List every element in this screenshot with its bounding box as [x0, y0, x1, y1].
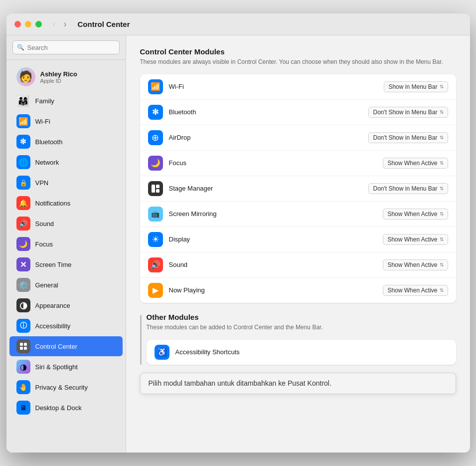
- other-modules-wrapper: Other Modules These modules can be added…: [140, 313, 456, 365]
- accessibility-icon: ⓘ: [16, 319, 30, 333]
- maximize-button[interactable]: [35, 21, 42, 27]
- other-modules-content: Other Modules These modules can be added…: [147, 313, 456, 365]
- sidebar-item-wifi[interactable]: Wi-Fi: [9, 111, 123, 131]
- svg-rect-6: [156, 189, 159, 193]
- sidebar-item-label: Notifications: [35, 200, 71, 207]
- module-row-focus: 🌙 Focus Show When Active ⇅: [140, 151, 456, 176]
- wifi-icon: [16, 114, 30, 128]
- appearance-icon: ◑: [16, 298, 30, 312]
- module-select-airdrop[interactable]: Don't Show in Menu Bar ⇅: [368, 132, 448, 143]
- sidebar-item-label: Control Center: [35, 343, 78, 350]
- sidebar-item-general[interactable]: ⚙️ General: [9, 275, 123, 295]
- module-label-sound: Sound: [169, 261, 377, 268]
- family-icon: 👨‍👩‍👧: [16, 94, 30, 108]
- module-label-wifi: Wi-Fi: [169, 83, 378, 90]
- sidebar-item-notifications[interactable]: 🔔 Notifications: [9, 193, 123, 213]
- module-select-nowplaying[interactable]: Show When Active ⇅: [383, 285, 448, 296]
- modules-section-desc: These modules are always visible in Cont…: [140, 58, 456, 66]
- sidebar-item-appearance[interactable]: ◑ Appearance: [9, 295, 123, 315]
- sidebar-item-family[interactable]: 👨‍👩‍👧 Family: [9, 91, 123, 111]
- chevron-ud-icon: ⇅: [440, 109, 444, 115]
- bracket-line: [140, 315, 142, 365]
- module-select-stagemanager[interactable]: Don't Show in Menu Bar ⇅: [368, 183, 448, 194]
- screentime-icon: ✕: [16, 257, 30, 271]
- sidebar-item-label: Bluetooth: [35, 138, 63, 146]
- sidebar-item-focus[interactable]: 🌙 Focus: [9, 234, 123, 254]
- minimize-button[interactable]: [25, 21, 31, 27]
- sidebar-item-sound[interactable]: 🔊 Sound: [9, 214, 123, 233]
- privacy-icon: 🤚: [16, 380, 30, 394]
- forward-button[interactable]: ›: [61, 18, 70, 30]
- other-modules-title: Other Modules: [147, 313, 456, 321]
- module-select-display[interactable]: Show When Active ⇅: [383, 234, 448, 245]
- sidebar-item-label: Privacy & Security: [35, 384, 88, 391]
- module-icon-sound: 🔊: [148, 257, 163, 272]
- module-label-focus: Focus: [169, 159, 377, 167]
- module-icon-wifi: 📶: [148, 79, 163, 94]
- traffic-lights: [14, 21, 42, 27]
- module-row-airdrop: ⊕ AirDrop Don't Show in Menu Bar ⇅: [140, 125, 456, 151]
- search-input[interactable]: [27, 44, 115, 51]
- titlebar: ‹ › Control Center: [6, 13, 470, 35]
- sidebar-item-privacy[interactable]: 🤚 Privacy & Security: [9, 377, 123, 397]
- module-select-screenmirror[interactable]: Show When Active ⇅: [383, 209, 448, 220]
- family-label: Family: [35, 97, 54, 105]
- sidebar-item-label: Focus: [35, 240, 53, 248]
- sidebar-item-controlcenter[interactable]: Control Center: [9, 336, 123, 356]
- sidebar-item-label: Accessibility: [35, 322, 71, 330]
- user-info: Ashley Rico Apple ID: [40, 70, 77, 84]
- avatar: 🧑: [16, 67, 35, 86]
- module-icon-accshortcuts: ♿: [155, 345, 169, 360]
- siri-icon: ◑: [16, 360, 30, 374]
- module-icon-stagemanager: [148, 181, 163, 196]
- svg-rect-2: [20, 347, 23, 350]
- vpn-icon: 🔒: [16, 176, 30, 190]
- network-icon: [16, 155, 30, 169]
- other-modules-card: ♿ Accessibility Shortcuts: [147, 340, 456, 365]
- content-area: 🔍 🧑 Ashley Rico Apple ID 👨‍👩‍👧 Family: [6, 35, 470, 453]
- search-icon: 🔍: [17, 44, 24, 51]
- notifications-icon: 🔔: [16, 196, 30, 210]
- module-row-display: ☀ Display Show When Active ⇅: [140, 227, 456, 252]
- sidebar-item-desktop[interactable]: 🖥 Desktop & Dock: [9, 398, 123, 418]
- back-button[interactable]: ‹: [50, 18, 59, 30]
- sidebar-item-vpn[interactable]: 🔒 VPN: [9, 173, 123, 193]
- svg-rect-4: [152, 185, 155, 193]
- controlcenter-icon: [16, 339, 30, 353]
- module-option-display: Show When Active: [387, 236, 437, 243]
- chevron-ud-icon: ⇅: [440, 211, 444, 217]
- module-select-sound[interactable]: Show When Active ⇅: [383, 259, 448, 270]
- sidebar-item-appleid[interactable]: 🧑 Ashley Rico Apple ID: [9, 63, 123, 90]
- general-icon: ⚙️: [16, 278, 30, 292]
- sidebar-item-network[interactable]: Network: [9, 152, 123, 172]
- sidebar-item-label: Appearance: [35, 302, 70, 309]
- svg-rect-5: [156, 185, 159, 188]
- module-icon-bluetooth: ✻: [148, 105, 163, 120]
- main-content: Control Center Modules These modules are…: [126, 35, 470, 453]
- module-label-bluetooth: Bluetooth: [169, 108, 363, 116]
- module-option-sound: Show When Active: [387, 261, 437, 268]
- focus-icon: 🌙: [16, 237, 30, 251]
- module-row-bluetooth: ✻ Bluetooth Don't Show in Menu Bar ⇅: [140, 100, 456, 125]
- chevron-ud-icon: ⇅: [440, 84, 444, 89]
- module-select-bluetooth[interactable]: Don't Show in Menu Bar ⇅: [368, 107, 448, 118]
- module-select-focus[interactable]: Show When Active ⇅: [383, 158, 448, 169]
- chevron-ud-icon: ⇅: [440, 262, 444, 267]
- module-label-stagemanager: Stage Manager: [169, 185, 363, 192]
- search-box[interactable]: 🔍: [12, 40, 120, 54]
- sidebar-item-label: Network: [35, 159, 59, 166]
- sidebar-item-screentime[interactable]: ✕ Screen Time: [9, 254, 123, 274]
- sidebar: 🔍 🧑 Ashley Rico Apple ID 👨‍👩‍👧 Family: [6, 35, 126, 453]
- user-sub: Apple ID: [40, 78, 77, 84]
- close-button[interactable]: [14, 21, 21, 27]
- sidebar-item-bluetooth[interactable]: ✻ Bluetooth: [9, 132, 123, 152]
- svg-rect-0: [20, 343, 23, 346]
- chevron-ud-icon: ⇅: [440, 135, 444, 140]
- sidebar-item-accessibility[interactable]: ⓘ Accessibility: [9, 316, 123, 336]
- chevron-ud-icon: ⇅: [440, 160, 444, 166]
- module-select-wifi[interactable]: Show in Menu Bar ⇅: [384, 81, 448, 92]
- modules-card: 📶 Wi-Fi Show in Menu Bar ⇅ ✻ Bluetooth D…: [140, 74, 456, 303]
- sidebar-item-siri[interactable]: ◑ Siri & Spotlight: [9, 357, 123, 377]
- chevron-ud-icon: ⇅: [440, 287, 444, 293]
- module-icon-nowplaying: ▶: [148, 283, 163, 298]
